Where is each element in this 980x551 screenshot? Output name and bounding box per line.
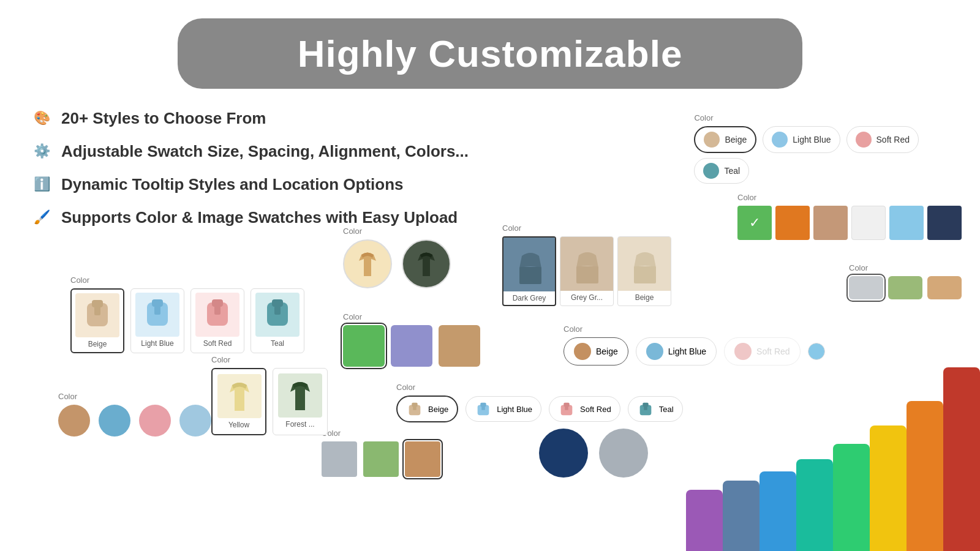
- upload-icon: 🖌️: [31, 206, 53, 228]
- bp-beige[interactable]: Beige: [396, 395, 458, 422]
- pill-light-blue[interactable]: Light Blue: [763, 126, 840, 153]
- polo-yellow-svg: [221, 377, 258, 416]
- widget1-label: Color: [694, 113, 919, 122]
- check-sq-orange[interactable]: [775, 206, 810, 240]
- check-sq-navy[interactable]: [927, 206, 962, 240]
- bp-lightblue[interactable]: Light Blue: [466, 396, 541, 422]
- widget5-swatches: [343, 325, 480, 367]
- svg-rect-5: [154, 305, 160, 315]
- widget-polo-round: Color: [343, 227, 451, 288]
- polo-forest-svg: [282, 376, 318, 416]
- backpack-softred-svg: [202, 296, 233, 333]
- widget-photo-swatches: Color Dark Grey Grey Gr...: [502, 223, 671, 306]
- sm-sq-tan[interactable]: [405, 441, 440, 477]
- sm-sq-green[interactable]: [363, 441, 399, 477]
- svg-rect-27: [576, 266, 598, 283]
- polo-beige[interactable]: [343, 239, 392, 288]
- rect-lightgrey[interactable]: [849, 276, 883, 299]
- check-sq-lightblue[interactable]: [889, 206, 924, 240]
- photo-label-greygr: Grey Gr...: [560, 291, 613, 304]
- widget-check-squares: Color ✓: [737, 193, 962, 240]
- sq-img-softred: [195, 293, 239, 337]
- svg-rect-14: [413, 405, 417, 410]
- bar-purple: [686, 490, 723, 551]
- polo-forest-swatch[interactable]: Forest ...: [273, 368, 328, 435]
- cp-softred[interactable]: Soft Red: [724, 337, 800, 365]
- bar-blue-steel: [723, 481, 760, 551]
- cp-beige[interactable]: Beige: [564, 337, 628, 365]
- bar-yellow: [870, 425, 907, 551]
- dot-teal: [703, 163, 719, 179]
- cp-lightblue[interactable]: Light Blue: [636, 337, 717, 365]
- widget-large-circles: [539, 429, 648, 478]
- widget3-label: Color: [58, 392, 211, 401]
- bar-green: [833, 444, 870, 551]
- sq-tan[interactable]: [439, 325, 480, 367]
- cp-extra-circle[interactable]: [808, 343, 825, 360]
- svg-rect-2: [94, 305, 100, 315]
- cp-label-lightblue: Light Blue: [668, 347, 706, 356]
- bar-orange: [907, 401, 943, 551]
- widget12-swatches: [849, 276, 962, 299]
- widget3-swatches: [58, 405, 211, 437]
- check-sq-tan[interactable]: [813, 206, 848, 240]
- sq-img-beige: [75, 293, 119, 337]
- widget-large-square-swatches: Color Beige Light Blue: [70, 276, 304, 353]
- circle-lightblue2[interactable]: [179, 405, 211, 437]
- features-list: 🎨 20+ Styles to Choose From ⚙️ Adjustabl…: [31, 107, 469, 239]
- bp-teal[interactable]: Teal: [628, 396, 683, 422]
- photo-darkgrey[interactable]: Dark Grey: [502, 236, 556, 306]
- sq-swatch-teal[interactable]: Teal: [251, 288, 304, 353]
- svg-rect-17: [481, 405, 485, 410]
- widget-backpack-pills: Color Beige Light Blue Soft Red: [396, 383, 683, 422]
- sq-swatch-lightblue[interactable]: Light Blue: [130, 288, 184, 353]
- photo-greygr[interactable]: Grey Gr...: [560, 236, 614, 306]
- widget6-swatches: Beige Light Blue Soft Red Tea: [396, 395, 683, 422]
- widget-top-right-pills: Color Beige Light Blue Soft Red Teal: [694, 113, 919, 184]
- svg-rect-23: [644, 405, 647, 410]
- pill-beige[interactable]: Beige: [694, 126, 756, 153]
- photo-darkgrey-svg: [503, 238, 556, 291]
- pill-soft-red[interactable]: Soft Red: [846, 126, 919, 153]
- sq-periwinkle[interactable]: [391, 325, 432, 367]
- polo-dark[interactable]: [402, 239, 451, 288]
- circle-pink[interactable]: [139, 405, 171, 437]
- feature-tooltip: ℹ️ Dynamic Tooltip Styles and Location O…: [31, 173, 469, 195]
- polo-yellow-swatch[interactable]: Yellow: [211, 368, 266, 435]
- widget6-label: Color: [396, 383, 683, 392]
- bp-softred[interactable]: Soft Red: [549, 396, 620, 422]
- large-circle-grey[interactable]: [599, 429, 648, 478]
- photo-img-darkgrey: [503, 238, 556, 291]
- sq-label-teal: Teal: [255, 339, 300, 348]
- widget-circles-bottom-left: Color: [58, 392, 211, 437]
- sm-sq-grey[interactable]: [322, 441, 357, 477]
- widget-yf-label: Color: [211, 355, 328, 364]
- widget-circle-pills: Color Beige Light Blue Soft Red: [564, 324, 825, 365]
- circle-brown[interactable]: [58, 405, 90, 437]
- photo-beige-svg: [618, 237, 671, 291]
- check-sq-white[interactable]: [851, 206, 886, 240]
- photo-beige[interactable]: Beige: [617, 236, 671, 306]
- sq-label-softred: Soft Red: [195, 339, 240, 348]
- photo-label-beige: Beige: [618, 291, 671, 304]
- widget5-label: Color: [343, 312, 480, 321]
- bar-blue: [760, 471, 796, 551]
- feature-adjustable-text: Adjustable Swatch Size, Spacing, Alignme…: [61, 142, 469, 161]
- circle-blue[interactable]: [99, 405, 130, 437]
- pill-teal[interactable]: Teal: [694, 158, 749, 184]
- feature-upload: 🖌️ Supports Color & Image Swatches with …: [31, 206, 469, 228]
- rect-lightan[interactable]: [927, 276, 962, 299]
- label-light-blue: Light Blue: [793, 135, 831, 144]
- sq-swatch-softred[interactable]: Soft Red: [190, 288, 244, 353]
- bp-label-teal: Teal: [659, 405, 674, 414]
- rect-lightgreen[interactable]: [888, 276, 922, 299]
- rainbow-bars: [686, 367, 980, 551]
- check-sq-green[interactable]: ✓: [737, 206, 772, 240]
- label-soft-red: Soft Red: [876, 135, 910, 144]
- large-circle-navy[interactable]: [539, 429, 588, 478]
- bp-label-beige: Beige: [428, 405, 448, 414]
- sq-green[interactable]: [343, 325, 385, 367]
- widget9-swatches: Beige Light Blue Soft Red: [564, 337, 825, 365]
- sq-swatch-beige[interactable]: Beige: [70, 288, 124, 353]
- bar-red: [943, 367, 980, 551]
